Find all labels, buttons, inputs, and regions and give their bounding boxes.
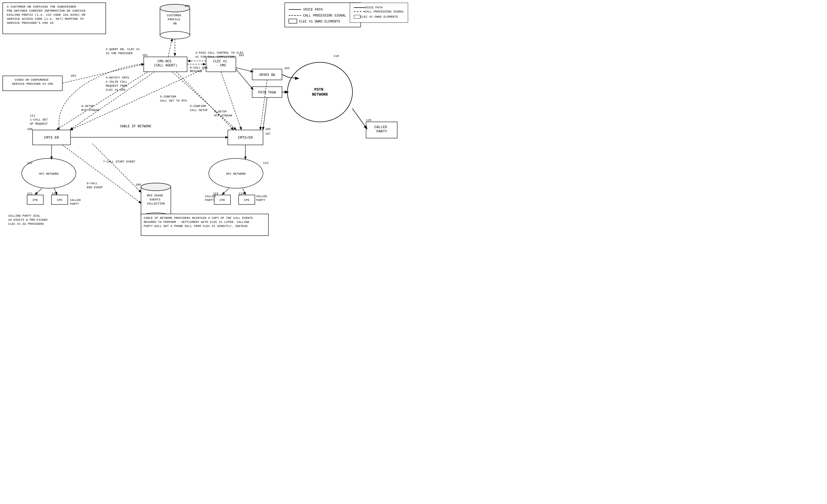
svg-text:CPE: CPE bbox=[220, 199, 225, 202]
svg-text:CPE: CPE bbox=[33, 199, 38, 202]
svg-text:5-CONFIRM: 5-CONFIRM bbox=[190, 105, 206, 108]
svg-text:GR303 GW: GR303 GW bbox=[259, 73, 275, 77]
svg-text:5-CONFIRM: 5-CONFIRM bbox=[160, 95, 176, 98]
svg-line-126 bbox=[263, 98, 267, 129]
svg-text:UP REQUEST: UP REQUEST bbox=[30, 122, 48, 125]
svg-line-100 bbox=[221, 72, 241, 129]
svg-text:105: 105 bbox=[265, 127, 271, 131]
svg-text:113: 113 bbox=[263, 161, 269, 165]
svg-text:CALL SET TO MTA: CALL SET TO MTA bbox=[160, 99, 187, 102]
svg-text:#1 FOR CALL COMPLETION: #1 FOR CALL COMPLETION bbox=[195, 55, 235, 58]
svg-text:4-NOTIFY CMTS: 4-NOTIFY CMTS bbox=[106, 76, 129, 79]
svg-text:CALLING PARTY DIAL
      10 DI: CALLING PARTY DIAL 10 DIGITS & PRE-PICKE… bbox=[8, 214, 49, 226]
svg-text:CALLED: CALLED bbox=[205, 195, 216, 198]
svg-line-87 bbox=[282, 74, 288, 77]
svg-line-90 bbox=[352, 108, 367, 129]
svg-text:HFC NETWORK: HFC NETWORK bbox=[226, 172, 246, 175]
svg-text:103: 103 bbox=[70, 74, 76, 77]
svg-text:125: 125 bbox=[366, 119, 372, 122]
svg-text:9-CALL END: 9-CALL END bbox=[190, 66, 208, 69]
svg-text:112: 112 bbox=[27, 161, 33, 165]
svg-line-127 bbox=[168, 39, 172, 57]
svg-point-63 bbox=[141, 183, 171, 191]
legend-call-processing: CALL PROCESSING SIGNAL bbox=[354, 10, 404, 13]
svg-text:121: 121 bbox=[27, 192, 33, 195]
svg-rect-5 bbox=[289, 19, 297, 23]
legend-voice-path: VOICE PATH bbox=[354, 6, 404, 9]
svg-text:CABLE IP NETWORK: CABLE IP NETWORK bbox=[120, 125, 151, 128]
diagram-container: VOICE PATH CALL PROCESSING SIGNAL CLEC #… bbox=[0, 0, 414, 252]
svg-text:124: 124 bbox=[239, 192, 244, 195]
svg-rect-60 bbox=[141, 187, 171, 217]
svg-text:8-CALL: 8-CALL bbox=[87, 182, 98, 185]
svg-text:107: 107 bbox=[265, 132, 271, 135]
legend-clec-label: CLEC #1 OWNS ELEMENTS bbox=[360, 15, 398, 18]
legend-dashed-line bbox=[354, 11, 365, 12]
svg-text:CALL PROCESSING SIGNAL: CALL PROCESSING SIGNAL bbox=[303, 14, 346, 17]
svg-text:3-PASS CALL CONTROL TO CLEC: 3-PASS CALL CONTROL TO CLEC bbox=[195, 51, 244, 54]
svg-text:CPE: CPE bbox=[244, 199, 249, 202]
legend-voice-label: VOICE PATH bbox=[365, 6, 383, 9]
svg-line-85 bbox=[236, 68, 253, 72]
legend-call-label: CALL PROCESSING SIGNAL bbox=[365, 10, 404, 13]
svg-text:1-CALL SET: 1-CALL SET bbox=[30, 118, 48, 121]
svg-text:A VALID CALL: A VALID CALL bbox=[106, 80, 127, 83]
svg-text:104: 104 bbox=[284, 67, 290, 70]
svg-text:CMTS ER: CMTS ER bbox=[44, 136, 59, 140]
svg-rect-9 bbox=[160, 8, 190, 35]
svg-text:HFC NETWORK: HFC NETWORK bbox=[39, 172, 59, 175]
svg-line-97 bbox=[70, 68, 207, 130]
svg-line-103 bbox=[57, 72, 148, 129]
svg-text:109: 109 bbox=[136, 183, 141, 186]
svg-text:CLEC #1 OWNS ELEMENTS: CLEC #1 OWNS ELEMENTS bbox=[299, 20, 340, 23]
svg-text:111: 111 bbox=[30, 114, 35, 117]
svg-text:CALL SETUP: CALL SETUP bbox=[190, 109, 208, 112]
svg-point-11 bbox=[160, 32, 190, 39]
svg-line-120 bbox=[92, 144, 141, 192]
svg-line-118 bbox=[222, 188, 229, 194]
svg-text:PARTY: PARTY bbox=[70, 202, 79, 206]
svg-text:106: 106 bbox=[27, 127, 33, 131]
legend-voice-line bbox=[354, 7, 365, 8]
svg-text:101: 101 bbox=[142, 54, 148, 57]
svg-text:108: 108 bbox=[184, 4, 190, 8]
svg-text:IS THE PROVIDER: IS THE PROVIDER bbox=[106, 52, 133, 55]
svg-text:110: 110 bbox=[334, 54, 339, 58]
svg-point-26 bbox=[287, 62, 352, 122]
svg-line-113 bbox=[62, 64, 144, 83]
legend-clec-owns: CLEC #1 OWNS ELEMENTS bbox=[354, 14, 404, 19]
svg-text:CALLED: CALLED bbox=[256, 195, 267, 198]
svg-text:2-QUERY DB, CLEC #1: 2-QUERY DB, CLEC #1 bbox=[106, 48, 140, 51]
svg-line-116 bbox=[35, 188, 42, 194]
svg-line-86 bbox=[236, 69, 253, 90]
svg-text:CALLED
      PARTY: CALLED PARTY bbox=[375, 125, 389, 133]
svg-text:RTP STREAM: RTP STREAM bbox=[214, 114, 232, 117]
legend-box: VOICE PATH CALL PROCESSING SIGNAL CLEC #… bbox=[350, 3, 408, 23]
svg-text:PARTY: PARTY bbox=[205, 199, 214, 202]
svg-text:6-SETUP: 6-SETUP bbox=[214, 110, 227, 113]
svg-text:CPE: CPE bbox=[57, 199, 62, 202]
svg-text:CMTS/ER: CMTS/ER bbox=[238, 136, 253, 140]
svg-text:CLEC #1 CMS: CLEC #1 CMS bbox=[106, 88, 126, 92]
svg-text:VOICE PATH: VOICE PATH bbox=[303, 8, 323, 12]
svg-text:PARTY: PARTY bbox=[256, 199, 265, 202]
legend-rect-symbol bbox=[354, 15, 360, 19]
svg-text:CALLED: CALLED bbox=[70, 199, 81, 202]
svg-text:7-CALL START EVENT: 7-CALL START EVENT bbox=[103, 160, 135, 163]
svg-text:PSTN TKGW: PSTN TKGW bbox=[258, 91, 276, 95]
svg-text:RTP STREAM: RTP STREAM bbox=[81, 109, 99, 112]
svg-text:END EVENT: END EVENT bbox=[87, 186, 103, 189]
svg-text:6-SETUP: 6-SETUP bbox=[81, 105, 94, 108]
svg-text:CABLE IP NETWORK PROVIDERS MAI: CABLE IP NETWORK PROVIDERS MAINTAIN A CO… bbox=[144, 216, 255, 228]
